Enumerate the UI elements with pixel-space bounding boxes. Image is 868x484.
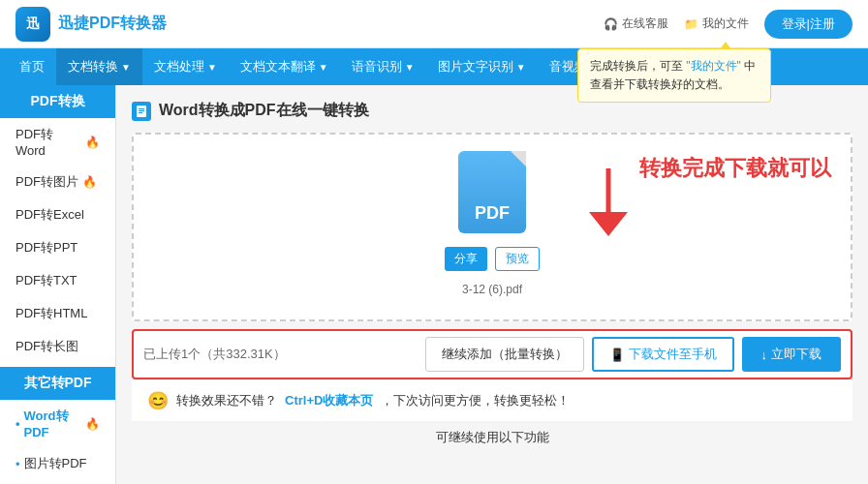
pdf-icon: PDF bbox=[458, 151, 526, 233]
content-area: Word转换成PDF在线一键转换 PDF 分享 预览 3-12 (6).pdf bbox=[116, 85, 868, 484]
page-title-row: Word转换成PDF在线一键转换 bbox=[132, 101, 852, 121]
promo-highlight: Ctrl+D收藏本页 bbox=[285, 392, 373, 409]
folder-icon: 📁 bbox=[684, 17, 698, 31]
promo-text2: ，下次访问更方便，转换更轻松！ bbox=[381, 392, 570, 409]
download-arrow bbox=[579, 164, 637, 244]
svg-rect-3 bbox=[139, 112, 142, 113]
download-cta-text: 转换完成下载就可以 bbox=[639, 154, 831, 183]
sidebar-item-word-pdf[interactable]: Word转PDF 🔥 bbox=[0, 400, 115, 447]
tooltip-text1: 完成转换后，可至 bbox=[590, 59, 683, 73]
login-button[interactable]: 登录|注册 bbox=[764, 10, 852, 39]
sidebar-section-other: 其它转PDF bbox=[0, 367, 115, 400]
nav-doc-convert[interactable]: 文档转换 ▼ bbox=[56, 48, 142, 85]
file-info: 已上传1个（共332.31K） bbox=[143, 346, 286, 363]
header: 迅 迅捷PDF转换器 🎧 在线客服 📁 我的文件 登录|注册 完成转换后，可至 … bbox=[0, 0, 868, 48]
header-right: 🎧 在线客服 📁 我的文件 登录|注册 bbox=[604, 10, 852, 39]
sidebar-item-pdf-ppt[interactable]: PDF转PPT bbox=[0, 231, 115, 264]
main-layout: PDF转换 PDF转Word 🔥 PDF转图片 🔥 PDF转Excel PDF转… bbox=[0, 85, 868, 484]
smiley-icon: 😊 bbox=[147, 390, 169, 411]
nav-doc-process[interactable]: 文档处理 ▼ bbox=[142, 48, 229, 85]
tooltip-box: 完成转换后，可至 "我的文件" 中查看并下载转换好的文档。 bbox=[577, 48, 771, 103]
tooltip-link: "我的文件" bbox=[686, 59, 741, 73]
download-icon: ↓ bbox=[761, 348, 768, 362]
logo-icon: 迅 bbox=[16, 7, 50, 42]
share-button[interactable]: 分享 bbox=[445, 247, 487, 271]
nav-translate[interactable]: 文档文本翻译 ▼ bbox=[229, 48, 340, 85]
mobile-download-button[interactable]: 📱 下载文件至手机 bbox=[592, 337, 734, 372]
immediate-download-button[interactable]: ↓ 立即下载 bbox=[742, 337, 842, 372]
file-actions: 分享 预览 bbox=[445, 247, 540, 271]
chevron-down-icon: ▼ bbox=[207, 62, 217, 73]
nav-ocr[interactable]: 图片文字识别 ▼ bbox=[426, 48, 538, 85]
nav-voice[interactable]: 语音识别 ▼ bbox=[340, 48, 426, 85]
sidebar-item-pdf-excel[interactable]: PDF转Excel bbox=[0, 198, 115, 231]
app-title: 迅捷PDF转换器 bbox=[58, 14, 167, 34]
sidebar: PDF转换 PDF转Word 🔥 PDF转图片 🔥 PDF转Excel PDF转… bbox=[0, 85, 116, 484]
page-title: Word转换成PDF在线一键转换 bbox=[159, 101, 369, 121]
pdf-file-container: PDF 分享 预览 3-12 (6).pdf bbox=[445, 151, 540, 296]
fire-icon: 🔥 bbox=[82, 175, 97, 189]
svg-rect-1 bbox=[139, 108, 144, 109]
file-name: 3-12 (6).pdf bbox=[462, 283, 522, 296]
chevron-down-icon: ▼ bbox=[516, 62, 526, 73]
sidebar-item-img-pdf[interactable]: 图片转PDF bbox=[0, 447, 115, 480]
sidebar-item-excel-pdf[interactable]: Excel转PDF bbox=[0, 480, 115, 484]
sidebar-item-pdf-word[interactable]: PDF转Word 🔥 bbox=[0, 118, 115, 166]
promo-bar: 😊 转换效果还不错？ Ctrl+D收藏本页 ，下次访问更方便，转换更轻松！ bbox=[132, 379, 852, 421]
page-title-icon bbox=[132, 102, 151, 121]
my-files-link[interactable]: 📁 我的文件 bbox=[684, 15, 749, 32]
fire-icon: 🔥 bbox=[85, 136, 100, 149]
svg-rect-2 bbox=[139, 110, 144, 111]
service-link[interactable]: 🎧 在线客服 bbox=[604, 15, 668, 32]
chevron-down-icon: ▼ bbox=[319, 62, 328, 73]
sidebar-item-pdf-longimg[interactable]: PDF转长图 bbox=[0, 330, 115, 363]
sidebar-item-pdf-txt[interactable]: PDF转TXT bbox=[0, 264, 115, 297]
chevron-down-icon: ▼ bbox=[121, 62, 131, 73]
pdf-label: PDF bbox=[475, 203, 510, 224]
sidebar-item-pdf-image[interactable]: PDF转图片 🔥 bbox=[0, 166, 115, 198]
fire-icon: 🔥 bbox=[85, 417, 100, 431]
promo-text1: 转换效果还不错？ bbox=[176, 392, 277, 409]
sidebar-item-pdf-html[interactable]: PDF转HTML bbox=[0, 297, 115, 330]
sidebar-section-pdf: PDF转换 bbox=[0, 85, 115, 118]
action-buttons: 继续添加（批量转换） 📱 下载文件至手机 ↓ 立即下载 bbox=[425, 337, 842, 372]
nav-home[interactable]: 首页 bbox=[8, 48, 56, 85]
mobile-icon: 📱 bbox=[609, 348, 625, 362]
preview-button[interactable]: 预览 bbox=[495, 247, 540, 271]
headset-icon: 🎧 bbox=[604, 17, 618, 31]
logo-area: 迅 迅捷PDF转换器 bbox=[16, 7, 167, 42]
continue-add-button[interactable]: 继续添加（批量转换） bbox=[425, 337, 584, 372]
svg-marker-5 bbox=[589, 212, 628, 236]
bottom-feature-label: 可继续使用以下功能 bbox=[132, 421, 852, 454]
chevron-down-icon: ▼ bbox=[405, 62, 415, 73]
